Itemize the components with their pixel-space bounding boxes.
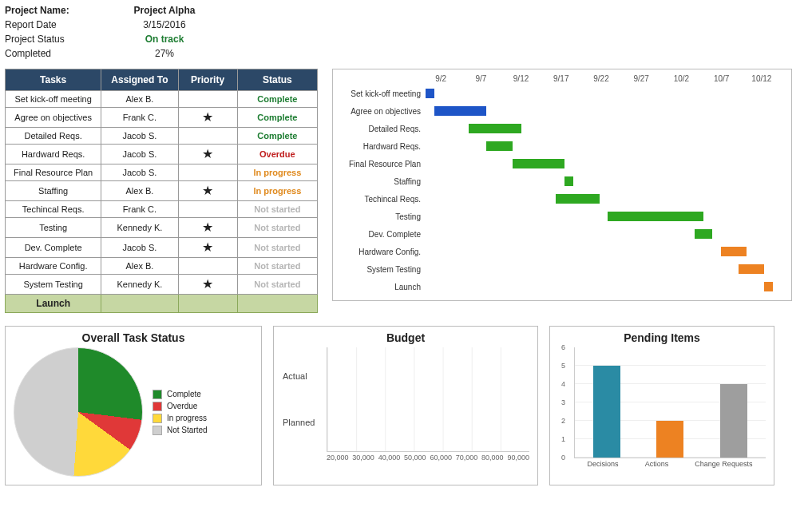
gantt-chart: 9/29/79/129/179/229/2710/210/710/12 Set … [332,69,792,301]
table-row: Dev. Complete Jacob S. ★ Not started [6,238,318,258]
budget-axis-tick: 50,000 [404,454,426,462]
legend-label: In progress [167,414,207,422]
task-assignee: Jacob S. [101,128,178,145]
task-name: Staffing [6,181,101,201]
gantt-bar [469,124,521,133]
overall-task-status-chart: Overall Task Status CompleteOverdueIn pr… [5,326,262,485]
gantt-row-label: Staffing [335,177,426,186]
task-status: Not started [237,238,317,258]
task-priority [178,128,237,145]
gantt-track [426,247,782,256]
report-date-label: Report Date [5,19,117,30]
completed-value: 27% [117,48,212,59]
pending-items-chart: Pending Items 0123456 DecisionsActionsCh… [549,326,774,485]
task-priority [178,201,237,218]
pie-graphic [14,347,143,477]
gantt-track [426,89,782,98]
pending-y-tick: 2 [561,417,565,425]
task-status: Not started [237,275,317,295]
gantt-date-tick: 9/22 [581,74,621,83]
task-assignee: Kennedy K. [101,218,178,238]
gantt-row-label: Detailed Reqs. [335,125,426,133]
gantt-row-label: Set kick-off meeting [335,89,426,98]
gantt-row: Dev. Complete [335,225,782,243]
task-assignee: Jacob S. [101,238,178,258]
star-icon: ★ [202,220,213,234]
task-priority: ★ [178,238,237,258]
star-icon: ★ [202,184,213,197]
task-name: Dev. Complete [6,238,101,258]
task-name: Final Resource Plan [6,164,101,181]
gantt-row-label: Techincal Reqs. [335,195,426,204]
task-status: In progress [237,164,317,181]
pending-x-labels: DecisionsActionsChange Requests [574,460,766,468]
gantt-date-tick: 9/12 [501,74,541,83]
task-status: In progress [237,181,317,201]
budget-axis-tick: 90,000 [507,454,529,462]
gantt-row: Hardware Config. [335,243,782,260]
col-tasks: Tasks [6,69,101,91]
gantt-row-label: Final Resource Plan [335,160,426,168]
task-name: System Testing [6,275,101,295]
project-name-label: Project Name: [5,5,117,16]
budget-axis-tick: 30,000 [352,454,374,462]
task-name: Agree on objectives [6,108,101,128]
gantt-date-tick: 9/2 [421,74,461,83]
gantt-bar [564,176,573,186]
budget-axis-tick: 80,000 [481,454,504,462]
gantt-track [426,141,782,151]
gantt-row: Hardward Reqs. [335,137,782,155]
gantt-bar [434,106,486,116]
task-assignee: Frank C. [101,108,178,128]
gantt-row-label: Launch [335,283,426,291]
project-name-value: Project Alpha [117,5,212,16]
project-info: Project Name: Project Alpha Report Date … [5,5,807,59]
gantt-date-tick: 9/27 [621,74,661,83]
star-icon: ★ [202,240,213,254]
table-row: Detailed Reqs. Jacob S. Complete [6,128,318,145]
task-status: Not started [237,258,317,275]
task-priority [178,164,237,181]
pending-y-tick: 6 [561,343,565,351]
gantt-row-label: System Testing [335,265,426,274]
task-status: Complete [237,91,317,108]
gantt-row: Staffing [335,172,782,190]
gantt-date-tick: 10/12 [742,74,782,83]
gantt-row-label: Testing [335,212,426,221]
launch-row: Launch [6,295,318,313]
pending-y-tick: 5 [561,362,565,370]
table-row: Testing Kennedy K. ★ Not started [6,218,318,238]
budget-planned-label: Planned [283,410,323,435]
table-row: Final Resource Plan Jacob S. In progress [6,164,318,181]
col-status: Status [237,69,317,91]
gantt-track [426,159,782,168]
task-assignee: Alex B. [101,258,178,275]
col-assignee: Assigned To [101,69,178,91]
budget-chart: Budget Actual Planned 20,00030,00040,000… [273,326,538,485]
gantt-row: Detailed Reqs. [335,120,782,137]
gantt-row-label: Hardward Reqs. [335,142,426,151]
task-priority: ★ [178,275,237,295]
star-icon: ★ [202,147,213,160]
legend-item: Complete [152,390,208,399]
legend-swatch [152,414,162,423]
legend-swatch [152,390,162,399]
gantt-track [426,194,782,204]
task-table: Tasks Assigned To Priority Status Set ki… [5,69,318,313]
gantt-row: Launch [335,278,782,295]
report-date-value: 3/15/2016 [117,19,212,30]
task-status: Overdue [237,145,317,164]
pending-y-tick: 1 [561,435,565,443]
table-row: Set kick-off meeting Alex B. Complete [6,91,318,108]
task-name: Techincal Reqs. [6,201,101,218]
budget-axis-tick: 60,000 [430,454,452,462]
legend-label: Not Started [167,426,208,434]
task-assignee: Jacob S. [101,164,178,181]
star-icon: ★ [202,277,213,291]
gantt-row-label: Agree on objectives [335,107,426,116]
task-assignee: Alex B. [101,91,178,108]
task-priority: ★ [178,218,237,238]
task-status: Complete [237,108,317,128]
gantt-date-tick: 10/2 [661,74,701,83]
task-name: Set kick-off meeting [6,91,101,108]
